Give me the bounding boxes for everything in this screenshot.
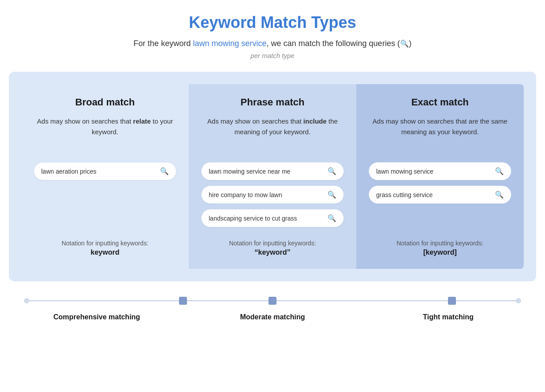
subtitle: For the keyword lawn mowing service, we … <box>133 39 411 48</box>
slider-track <box>9 295 536 306</box>
search-box-exact-1-text: lawn mowing service <box>376 168 491 175</box>
search-box-phrase-2-text: hire company to mow lawn <box>209 191 324 198</box>
search-icon-inline: 🔍 <box>400 40 409 47</box>
card-exact: Exact match Ads may show on searches tha… <box>356 84 524 269</box>
broad-notation: Notation for inputting keywords: keyword <box>62 240 148 256</box>
slider-dot-left <box>24 298 29 303</box>
broad-description: Ads may show on searches that relate to … <box>34 116 176 151</box>
search-icon-phrase-3: 🔍 <box>327 214 336 222</box>
subtitle-end: ) <box>409 39 412 48</box>
matching-labels: Comprehensive matching Moderate matching… <box>9 313 536 321</box>
per-match-label: per match type <box>250 52 294 59</box>
subtitle-after: , we can match the following queries ( <box>266 39 400 48</box>
page-title: Keyword Match Types <box>189 13 356 32</box>
search-icon-broad-1: 🔍 <box>160 167 169 175</box>
matching-label-moderate: Moderate matching <box>185 313 361 321</box>
phrase-title: Phrase match <box>241 97 304 108</box>
search-icon-phrase-2: 🔍 <box>327 190 336 199</box>
exact-title: Exact match <box>411 97 469 108</box>
phrase-notation-value: “keyword” <box>229 248 316 256</box>
slider-marker-broad <box>179 297 187 305</box>
broad-notation-label: Notation for inputting keywords: <box>62 240 148 247</box>
search-box-phrase-3-text: landscaping service to cut grass <box>209 215 324 222</box>
search-icon-exact-1: 🔍 <box>495 167 504 175</box>
phrase-search-boxes: lawn mowing service near me 🔍 hire compa… <box>201 162 344 227</box>
broad-title: Broad match <box>75 97 135 108</box>
broad-notation-value: keyword <box>62 248 148 256</box>
card-phrase: Phrase match Ads may show on searches th… <box>189 84 356 269</box>
phrase-notation: Notation for inputting keywords: “keywor… <box>229 240 316 256</box>
keyword-link[interactable]: lawn mowing service <box>193 39 266 48</box>
search-box-broad-1-text: lawn aeration prices <box>41 168 156 175</box>
slider-marker-phrase <box>269 297 276 305</box>
matching-label-comprehensive: Comprehensive matching <box>9 313 185 321</box>
exact-search-boxes: lawn mowing service 🔍 grass cutting serv… <box>369 162 511 227</box>
subtitle-before: For the keyword <box>133 39 193 48</box>
search-box-exact-2-text: grass cutting service <box>376 191 491 198</box>
matching-section: Comprehensive matching Moderate matching… <box>9 295 536 321</box>
phrase-description: Ads may show on searches that include th… <box>201 116 344 151</box>
exact-notation: Notation for inputting keywords: [keywor… <box>397 240 483 256</box>
exact-notation-label: Notation for inputting keywords: <box>397 240 483 247</box>
search-box-exact-1: lawn mowing service 🔍 <box>369 162 511 180</box>
matching-label-tight: Tight matching <box>360 313 536 321</box>
phrase-notation-label: Notation for inputting keywords: <box>229 240 316 247</box>
search-icon-phrase-1: 🔍 <box>327 167 336 175</box>
search-box-phrase-1-text: lawn mowing service near me <box>209 168 324 175</box>
exact-description: Ads may show on searches that are the sa… <box>369 116 511 151</box>
cards-container: Broad match Ads may show on searches tha… <box>9 72 536 281</box>
exact-notation-value: [keyword] <box>397 248 483 256</box>
slider-marker-exact <box>448 297 456 305</box>
search-box-phrase-3: landscaping service to cut grass 🔍 <box>201 209 344 227</box>
search-box-phrase-1: lawn mowing service near me 🔍 <box>201 162 344 180</box>
search-box-broad-1: lawn aeration prices 🔍 <box>34 162 176 180</box>
broad-search-boxes: lawn aeration prices 🔍 <box>34 162 176 227</box>
search-icon-exact-2: 🔍 <box>495 190 504 199</box>
search-box-phrase-2: hire company to mow lawn 🔍 <box>201 186 344 204</box>
card-broad: Broad match Ads may show on searches tha… <box>21 84 189 269</box>
search-box-exact-2: grass cutting service 🔍 <box>369 186 511 204</box>
slider-dot-right <box>516 298 521 303</box>
